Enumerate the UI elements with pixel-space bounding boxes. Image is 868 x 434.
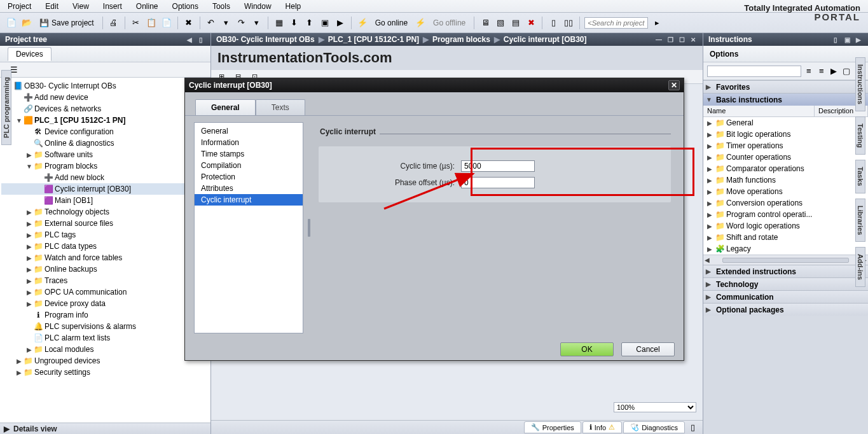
chevron-right-icon[interactable]: ▶ xyxy=(25,232,33,239)
upload-icon[interactable]: ⬆ xyxy=(303,17,316,29)
ok-button[interactable]: OK xyxy=(560,342,614,356)
instruction-row[interactable]: ▶📁Bit logic operations xyxy=(703,129,868,140)
redo-icon[interactable]: ↷ xyxy=(235,17,248,29)
cut-icon[interactable]: ✂ xyxy=(130,17,142,29)
devices-tab[interactable]: Devices xyxy=(8,47,52,61)
instructions-search-input[interactable] xyxy=(707,66,801,77)
tab-texts[interactable]: Texts xyxy=(256,99,305,115)
col-name[interactable]: Name xyxy=(703,106,815,116)
phase-offset-input[interactable] xyxy=(461,177,535,188)
instructions-list[interactable]: ▶📁General▶📁Bit logic operations▶📁Timer o… xyxy=(703,117,868,255)
chevron-right-icon[interactable]: ▶ xyxy=(25,255,33,262)
dialog-titlebar[interactable]: Cyclic interrupt [OB30] ✕ xyxy=(185,78,684,92)
breadcrumb[interactable]: Cyclic interrupt [OB30] xyxy=(504,35,587,44)
tree-node[interactable]: ·📄PLC alarm text lists xyxy=(1,332,210,344)
instruction-row[interactable]: ▶📁Comparator operations xyxy=(703,163,868,174)
tree-node[interactable]: ▼📁Program blocks xyxy=(1,160,210,172)
tree-node[interactable]: ▼🟧PLC_1 [CPU 1512C-1 PN] xyxy=(1,115,210,126)
collapse-tabs-icon[interactable]: ▯ xyxy=(686,421,699,434)
restore-icon[interactable]: ❐ xyxy=(666,35,675,44)
delete-icon[interactable]: ✖ xyxy=(183,17,195,29)
tree-node[interactable]: ▶📁Watch and force tables xyxy=(1,252,210,263)
disconnect-icon[interactable]: ✖ xyxy=(525,17,537,29)
side-tab-tasks[interactable]: Tasks xyxy=(855,160,865,193)
instruction-row[interactable]: ▶🧩Legacy xyxy=(703,243,868,255)
breadcrumb[interactable]: OB30- Cyclic Interrupt OBs xyxy=(216,35,315,44)
tree-node[interactable]: ▶📁OPC UA communication xyxy=(1,286,210,298)
save-project-button[interactable]: 💾 Save project xyxy=(36,17,98,29)
h-scrollbar[interactable]: ◀ ▶ xyxy=(703,255,868,265)
chevron-right-icon[interactable]: ▶ xyxy=(25,151,33,158)
tree-node[interactable]: ▶📁Ungrouped devices xyxy=(1,355,210,367)
maximize-icon[interactable]: ☐ xyxy=(677,35,686,44)
scroll-thumb[interactable] xyxy=(722,258,849,263)
menu-tools[interactable]: Tools xyxy=(210,1,233,12)
tree-node[interactable]: ·🟪Main [OB1] xyxy=(1,195,210,206)
side-tab-plc-programming[interactable]: PLC programming xyxy=(1,70,11,145)
menu-window[interactable]: Window xyxy=(242,1,274,12)
chevron-down-icon[interactable]: ▼ xyxy=(15,117,23,124)
layout-icon[interactable]: ▣ xyxy=(843,35,851,44)
collapse-right-icon[interactable]: ▶ xyxy=(854,35,863,44)
category-optional-packages[interactable]: ▶ Optional packages xyxy=(703,303,868,316)
chevron-right-icon[interactable]: ▶ xyxy=(25,209,33,216)
instruction-row[interactable]: ▶📁Math functions xyxy=(703,174,868,186)
tab-diagnostics[interactable]: 🩺 Diagnostics xyxy=(623,421,685,433)
tree-node[interactable]: ▶📁Local modules xyxy=(1,344,210,355)
accessible-devices-icon[interactable]: 🖥 xyxy=(479,17,492,29)
nav-compilation[interactable]: Compilation xyxy=(195,160,303,171)
filter-icon[interactable]: ≡ xyxy=(804,65,814,78)
project-tree[interactable]: ▼📘OB30- Cyclic Interrupt OBs·➕Add new de… xyxy=(0,78,210,423)
split-2-icon[interactable]: ▯▯ xyxy=(562,17,575,29)
chevron-right-icon[interactable]: ▶ xyxy=(25,220,33,227)
tree-node[interactable]: ▶📁Traces xyxy=(1,275,210,286)
tree-node[interactable]: ▶📁PLC data types xyxy=(1,241,210,252)
side-tab-testing[interactable]: Testing xyxy=(855,116,865,155)
chevron-right-icon[interactable]: ▶ xyxy=(15,358,23,365)
tab-properties[interactable]: 🔧 Properties xyxy=(524,421,581,433)
close-editor-icon[interactable]: ✕ xyxy=(689,35,698,44)
tree-node[interactable]: ·🔔PLC supervisions & alarms xyxy=(1,321,210,332)
download-icon[interactable]: ⬇ xyxy=(288,17,301,29)
next-icon[interactable]: ▶ xyxy=(829,65,839,78)
tree-node[interactable]: ·🟪Cyclic interrupt [OB30] xyxy=(1,183,210,195)
side-tab-instructions[interactable]: Instructions xyxy=(855,57,865,111)
compile-icon[interactable]: ▦ xyxy=(273,17,286,29)
tree-node[interactable]: ▼📘OB30- Cyclic Interrupt OBs xyxy=(1,80,210,92)
view-icon[interactable]: ▢ xyxy=(841,65,851,78)
instruction-row[interactable]: ▶📁General xyxy=(703,117,868,129)
copy-icon[interactable]: 📋 xyxy=(145,17,158,29)
search-go-icon[interactable]: ▸ xyxy=(651,17,663,29)
tree-node[interactable]: ·🔍Online & diagnostics xyxy=(1,137,210,149)
cancel-button[interactable]: Cancel xyxy=(621,342,675,356)
tree-node[interactable]: ·➕Add new block xyxy=(1,172,210,183)
category-technology[interactable]: ▶ Technology xyxy=(703,277,868,290)
undo-icon[interactable]: ↶ xyxy=(205,17,217,29)
cyclic-time-input[interactable] xyxy=(461,160,535,172)
go-online-icon[interactable]: ⚡ xyxy=(356,17,369,29)
chevron-down-icon[interactable]: ▼ xyxy=(25,163,33,170)
tree-node[interactable]: ·➕Add new device xyxy=(1,92,210,103)
chevron-right-icon[interactable]: ▶ xyxy=(15,369,23,376)
start-icon[interactable]: ▶ xyxy=(334,17,347,29)
menu-help[interactable]: Help xyxy=(283,1,304,12)
breadcrumb[interactable]: PLC_1 [CPU 1512C-1 PN] xyxy=(328,35,419,44)
instruction-row[interactable]: ▶📁Shift and rotate xyxy=(703,232,868,243)
tree-node[interactable]: ▶📁External source files xyxy=(1,218,210,229)
go-online-label[interactable]: Go online xyxy=(371,17,411,29)
tree-node[interactable]: ·🔗Devices & networks xyxy=(1,103,210,115)
nav-protection[interactable]: Protection xyxy=(195,171,303,183)
instruction-row[interactable]: ▶📁Program control operati... xyxy=(703,209,868,220)
tree-node[interactable]: ·ℹProgram info xyxy=(1,309,210,321)
go-offline-label[interactable]: Go offline xyxy=(429,17,469,29)
chevron-right-icon[interactable]: ▶ xyxy=(25,300,33,307)
menu-options[interactable]: Options xyxy=(170,1,201,12)
nav-general[interactable]: General xyxy=(195,125,303,137)
tree-node[interactable]: ▶📁Online backups xyxy=(1,263,210,275)
category-communication[interactable]: ▶ Communication xyxy=(703,290,868,303)
nav-information[interactable]: Information xyxy=(195,137,303,148)
cpu-icon[interactable]: ▧ xyxy=(494,17,507,29)
menu-project[interactable]: Project xyxy=(5,1,34,12)
tab-info[interactable]: ℹ Info ⚠ xyxy=(582,421,622,433)
nav-attributes[interactable]: Attributes xyxy=(195,183,303,194)
